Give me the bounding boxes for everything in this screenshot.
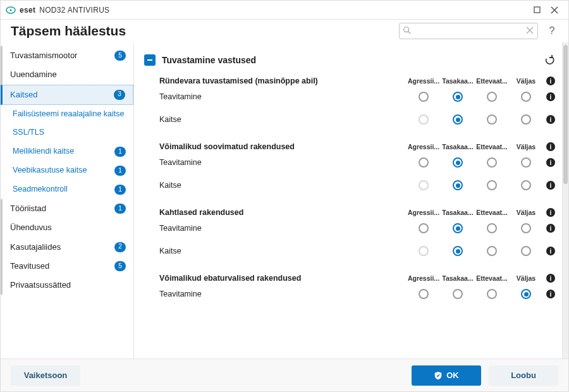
sidebar-item-kaitsed[interactable]: Kaitsed 3: [1, 85, 133, 105]
radio-option[interactable]: [487, 246, 497, 256]
radio-option[interactable]: [487, 223, 497, 233]
sidebar-item-tooriistad[interactable]: Tööriistad 1: [1, 199, 133, 218]
cancel-button[interactable]: Loobu: [489, 365, 558, 386]
sidebar-item-kasutajaliides[interactable]: Kasutajaliides 2: [1, 238, 133, 257]
radio-option[interactable]: [453, 92, 463, 102]
info-icon[interactable]: i: [546, 142, 555, 151]
scrollbar-thumb[interactable]: [563, 45, 568, 184]
body: Tuvastamismootor 5 Uuendamine Kaitsed 3 …: [1, 42, 568, 358]
radio-option[interactable]: [487, 289, 497, 299]
settings-row: Teavitaminei: [159, 217, 558, 240]
radio-option[interactable]: [453, 114, 463, 125]
info-icon[interactable]: i: [546, 158, 555, 167]
settings-row: Kaitsei: [159, 108, 558, 131]
row-label: Kaitse: [159, 247, 407, 255]
defaults-button[interactable]: Vaiketsoon: [11, 365, 80, 386]
sidebar-item-privaatsus[interactable]: Privaatsussätted: [1, 276, 133, 295]
radio-cell: [441, 289, 475, 299]
sidebar-item-ssltls[interactable]: SSL/TLS: [1, 123, 133, 142]
group-head: Võimalikud soovimatud rakendusedAgressii…: [159, 142, 558, 151]
radio-option[interactable]: [453, 223, 463, 233]
radio-option[interactable]: [487, 180, 497, 190]
radio-option[interactable]: [521, 246, 531, 256]
sidebar-item-label: Kasutajaliides: [10, 242, 111, 252]
group-info: i: [543, 77, 558, 85]
shield-icon: [434, 371, 443, 380]
sidebar-item-label: Ühenduvus: [10, 223, 126, 233]
radio-option[interactable]: [453, 180, 463, 190]
column-header: Väljas: [509, 143, 543, 150]
sidebar-item-failisusteemi[interactable]: Failisüsteemi reaalajaline kaitse: [1, 105, 133, 124]
radio-cell: [407, 180, 441, 190]
sidebar-badge: 1: [114, 147, 126, 157]
sidebar-item-veebikasutuse[interactable]: Veebikasutuse kaitse 1: [1, 161, 133, 180]
defaults-button-label: Vaiketsoon: [24, 371, 68, 380]
sidebar-item-tuvastamismootor[interactable]: Tuvastamismootor 5: [1, 46, 133, 65]
radio-option[interactable]: [453, 246, 463, 256]
clear-search-icon[interactable]: [525, 26, 534, 35]
sidebar-item-label: Failisüsteemi reaalajaline kaitse: [13, 109, 126, 119]
row-info: i: [543, 224, 558, 233]
radio-option[interactable]: [419, 223, 429, 233]
radio-option[interactable]: [419, 289, 429, 299]
radio-option[interactable]: [487, 114, 497, 125]
collapse-section-button[interactable]: [144, 54, 156, 66]
radio-cell: [441, 246, 475, 256]
svg-rect-2: [534, 7, 540, 13]
radio-option[interactable]: [521, 92, 531, 102]
sidebar-item-meilikliendi[interactable]: Meilikliendi kaitse 1: [1, 142, 133, 161]
radio-option[interactable]: [487, 92, 497, 102]
sidebar-item-seadmekontroll[interactable]: Seadmekontroll 1: [1, 180, 133, 199]
info-icon[interactable]: i: [546, 115, 555, 124]
settings-group: Võimalikud soovimatud rakendusedAgressii…: [159, 142, 558, 197]
row-info: i: [543, 158, 558, 167]
ok-button[interactable]: OK: [412, 365, 481, 386]
sidebar-badge: 1: [114, 166, 126, 176]
help-button[interactable]: ?: [546, 25, 558, 37]
sidebar-badge: 1: [114, 204, 126, 214]
sidebar-item-uuendamine[interactable]: Uuendamine: [1, 65, 133, 84]
sidebar-item-teavitused[interactable]: Teavitused 5: [1, 257, 133, 276]
row-label: Teavitamine: [159, 158, 407, 167]
column-header: Tasakaa...: [441, 209, 475, 216]
radio-cell: [509, 289, 543, 299]
eset-logo-icon: [6, 5, 16, 15]
radio-option[interactable]: [419, 157, 429, 168]
radio-option[interactable]: [419, 92, 429, 102]
info-icon[interactable]: i: [546, 181, 555, 190]
radio-option[interactable]: [521, 114, 531, 125]
radio-option[interactable]: [521, 157, 531, 168]
info-icon[interactable]: i: [546, 208, 555, 217]
window-close-button[interactable]: [546, 1, 563, 19]
search-input[interactable]: [399, 23, 538, 39]
radio-option[interactable]: [521, 223, 531, 233]
sidebar-item-uhenduvus[interactable]: Ühenduvus: [1, 218, 133, 237]
window-maximize-button[interactable]: [528, 1, 546, 19]
radio-cell: [441, 114, 475, 125]
radio-option[interactable]: [453, 289, 463, 299]
titlebar: eset NOD32 ANTIVIRUS: [1, 1, 568, 20]
undo-icon: [543, 54, 556, 66]
info-icon[interactable]: i: [546, 274, 555, 283]
info-icon[interactable]: i: [546, 224, 555, 233]
undo-section-button[interactable]: [543, 54, 556, 66]
settings-row: Teavitaminei: [159, 283, 558, 305]
section-title: Tuvastamine vastused: [162, 55, 537, 65]
row-info: i: [543, 181, 558, 190]
scrollbar[interactable]: [562, 42, 568, 358]
radio-cell: [407, 223, 441, 233]
group-info: i: [543, 142, 558, 151]
sidebar-item-label: Meilikliendi kaitse: [13, 147, 111, 157]
info-icon[interactable]: i: [546, 77, 555, 85]
radio-option[interactable]: [453, 157, 463, 168]
sidebar-item-label: Seadmekontroll: [13, 185, 111, 195]
content-scroll[interactable]: Tuvastamine vastused Ründevara tuvastami…: [134, 42, 562, 358]
info-icon[interactable]: i: [546, 290, 555, 298]
row-info: i: [543, 290, 558, 298]
info-icon[interactable]: i: [546, 92, 555, 101]
radio-option[interactable]: [487, 157, 497, 168]
radio-option[interactable]: [521, 180, 531, 190]
radio-option[interactable]: [521, 289, 531, 299]
info-icon[interactable]: i: [546, 247, 555, 255]
radio-option: [419, 180, 429, 190]
